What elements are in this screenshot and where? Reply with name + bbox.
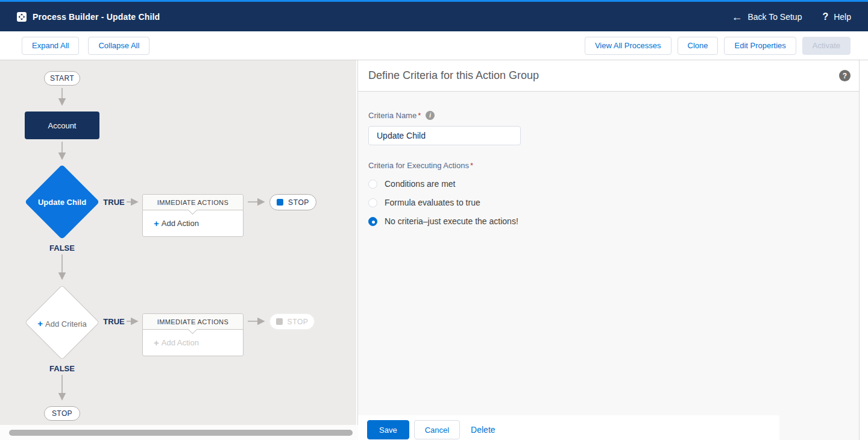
radio-button[interactable] xyxy=(368,180,377,189)
immediate-actions-box-1: IMMEDIATE ACTIONS + Add Action xyxy=(142,194,244,237)
page-title: Process Builder - Update Child xyxy=(33,12,160,22)
add-action-label-2: Add Action xyxy=(162,338,199,347)
radio-button[interactable] xyxy=(368,217,377,226)
back-arrow-icon: ← xyxy=(731,11,742,22)
immediate-actions-box-2: IMMEDIATE ACTIONS + Add Action xyxy=(142,313,244,356)
app-header: Process Builder - Update Child ← Back To… xyxy=(0,2,868,31)
criteria-name-input[interactable] xyxy=(368,126,521,145)
stop-node-1: STOP xyxy=(269,194,316,210)
radio-label: Formula evaluates to true xyxy=(385,198,480,207)
back-to-setup-label: Back To Setup xyxy=(747,12,802,22)
immediate-actions-title-1: IMMEDIATE ACTIONS xyxy=(157,199,228,206)
activate-button[interactable]: Activate xyxy=(802,37,851,55)
horizontal-scrollbar-thumb[interactable] xyxy=(9,430,353,436)
radio-label: Conditions are met xyxy=(385,179,456,189)
radio-no-criteria[interactable]: No criteria–just execute the actions! xyxy=(368,216,859,226)
stop-label-1: STOP xyxy=(288,198,309,207)
criteria-exec-label: Criteria for Executing Actions* xyxy=(368,161,859,170)
criteria-name-text: Criteria Name xyxy=(368,111,417,120)
edit-properties-button[interactable]: Edit Properties xyxy=(724,37,796,55)
radio-button[interactable] xyxy=(368,198,377,207)
stop-square-icon xyxy=(277,199,283,206)
required-asterisk: * xyxy=(470,161,473,170)
flowchart-area: START Account Update Child TRUE IMMEDIAT… xyxy=(0,60,356,425)
add-criteria-label[interactable]: +Add Criteria xyxy=(29,318,95,328)
delete-button[interactable]: Delete xyxy=(465,420,501,439)
expand-all-button[interactable]: Expand All xyxy=(22,37,79,55)
save-button[interactable]: Save xyxy=(367,420,409,439)
immediate-actions-header-1: IMMEDIATE ACTIONS xyxy=(143,195,243,210)
criteria-diamond-label[interactable]: Update Child xyxy=(29,198,95,207)
collapse-all-button[interactable]: Collapse All xyxy=(88,37,149,55)
process-canvas: START Account Update Child TRUE IMMEDIAT… xyxy=(0,60,358,440)
panel-heading: Define Criteria for this Action Group xyxy=(368,69,539,82)
page-scroll-gutter xyxy=(859,60,868,440)
start-node: START xyxy=(44,71,80,86)
criteria-name-label: Criteria Name*i xyxy=(368,111,859,120)
info-icon[interactable]: i xyxy=(426,111,435,120)
required-asterisk: * xyxy=(418,111,421,120)
end-stop-node: STOP xyxy=(44,406,80,421)
canvas-horizontal-scrollbar xyxy=(0,425,358,440)
criteria-detail-panel: Define Criteria for this Action Group ? … xyxy=(358,60,859,440)
help-icon: ? xyxy=(822,11,828,22)
view-all-processes-button[interactable]: View All Processes xyxy=(585,37,671,55)
back-to-setup-link[interactable]: ← Back To Setup xyxy=(731,11,802,22)
immediate-actions-title-2: IMMEDIATE ACTIONS xyxy=(157,318,228,325)
radio-conditions-are-met[interactable]: Conditions are met xyxy=(368,179,859,189)
help-link[interactable]: ? Help xyxy=(822,11,851,22)
plus-icon: + xyxy=(154,338,159,348)
panel-footer: Save Cancel Delete xyxy=(358,415,779,440)
help-label: Help xyxy=(834,12,851,22)
stop-node-2-disabled: STOP xyxy=(269,313,315,330)
plus-icon: + xyxy=(154,218,159,228)
true-label-2: TRUE xyxy=(96,317,132,326)
false-label-1: FALSE xyxy=(44,244,80,253)
true-label-1: TRUE xyxy=(96,198,132,207)
stop-square-icon xyxy=(276,318,283,325)
toolbar: Expand All Collapse All View All Process… xyxy=(0,31,868,60)
cancel-button[interactable]: Cancel xyxy=(414,420,460,439)
criteria-exec-text: Criteria for Executing Actions xyxy=(368,161,469,170)
add-action-label-1: Add Action xyxy=(162,219,199,228)
immediate-actions-header-2: IMMEDIATE ACTIONS xyxy=(143,314,243,330)
radio-formula-evaluates-true[interactable]: Formula evaluates to true xyxy=(368,198,859,207)
plus-icon: + xyxy=(37,318,43,328)
stop-label-2: STOP xyxy=(288,318,309,326)
add-criteria-text: Add Criteria xyxy=(45,319,87,328)
process-builder-icon xyxy=(17,12,27,22)
clone-button[interactable]: Clone xyxy=(678,37,719,55)
false-label-2: FALSE xyxy=(44,364,80,373)
panel-help-icon[interactable]: ? xyxy=(839,70,851,81)
object-node-account[interactable]: Account xyxy=(25,112,99,139)
radio-label: No criteria–just execute the actions! xyxy=(385,216,518,226)
